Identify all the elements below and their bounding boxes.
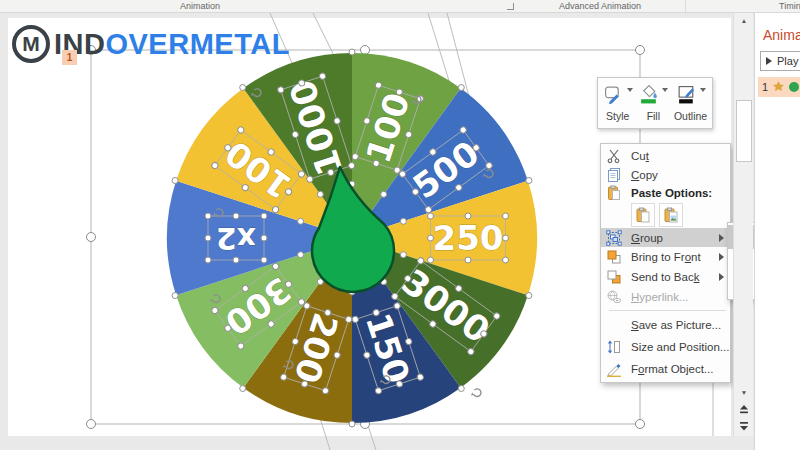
shape-handle[interactable] [428,235,434,241]
logo-text-blue: OVERMETAL [105,28,289,60]
shape-handle[interactable] [205,257,211,263]
send-to-back-icon [604,269,624,285]
shape-handle[interactable] [400,218,406,224]
outline-label: Outline [674,110,707,122]
shape-handle[interactable] [298,252,304,258]
animation-item-number: 1 [762,81,768,93]
context-menu: CutCopyPaste Options:GroupBring to Front… [600,143,731,383]
chevron-down-icon [700,88,706,92]
shape-handle[interactable] [261,257,267,263]
outline-color-icon [676,84,698,109]
context-menu-paste-options-label: Paste Options: [601,184,730,202]
shape-handle[interactable] [465,213,471,219]
selection-handle[interactable] [361,46,370,55]
shape-handle[interactable] [526,293,532,299]
previous-slide-icon[interactable] [737,403,751,416]
shape-handle[interactable] [240,85,246,91]
shape-handle[interactable] [526,178,532,184]
shape-handle[interactable] [205,213,211,219]
next-slide-icon[interactable] [737,419,751,432]
context-menu-item-format-object[interactable]: Format Object... [601,358,730,380]
copy-icon [604,167,624,183]
play-icon [766,57,772,65]
style-label: Style [606,110,629,122]
wheel-sector-label-group: 250 [428,213,509,263]
logo-monogram-icon: M [12,25,50,63]
context-menu-item-cut[interactable]: Cut [601,146,730,165]
shape-handle[interactable] [381,191,387,197]
fill-label: Fill [647,110,660,122]
scroll-up-icon[interactable]: ▲ [736,14,752,28]
bring-to-front-icon [604,249,624,265]
shape-handle[interactable] [503,257,509,263]
selection-handle[interactable] [87,233,96,242]
context-menu-item-send-to-back[interactable]: Send to Back [601,267,730,287]
shape-style-icon [603,84,625,109]
submenu-arrow-icon [719,253,724,261]
shape-handle[interactable] [298,218,304,224]
ribbon-group-strip: AnimationAdvanced AnimationTiming [0,0,800,13]
context-menu-item-size-and-position[interactable]: Size and Position... [601,336,730,358]
submenu-arrow-icon [719,234,724,242]
context-menu-paste-options [601,202,730,228]
shape-handle[interactable] [428,213,434,219]
shape-handle[interactable] [503,213,509,219]
cut-icon [604,148,624,164]
mini-format-toolbar: StyleFillOutline [597,77,713,129]
scrollbar-thumb[interactable] [736,100,752,162]
shape-handle[interactable] [465,257,471,263]
shape-handle[interactable] [458,386,464,392]
context-menu-item-bring-to-front[interactable]: Bring to Front [601,247,730,267]
shape-handle[interactable] [458,85,464,91]
shape-handle[interactable] [261,235,267,241]
shape-handle[interactable] [233,213,239,219]
animated-object-icon [789,82,799,92]
indovermetal-logo: M INDOVERMETAL [12,25,290,63]
chevron-down-icon [662,88,668,92]
style-button[interactable]: Style [603,84,633,122]
paste-as-picture-icon[interactable] [659,203,683,227]
fill-button[interactable]: Fill [638,84,668,122]
animation-list-item[interactable]: 1 [758,77,800,97]
keep-source-formatting-icon[interactable] [631,203,655,227]
shape-handle[interactable] [349,421,355,427]
paste-icon [604,185,624,201]
context-menu-item-save-as-picture[interactable]: Save as Picture... [601,314,730,336]
context-menu-item-copy[interactable]: Copy [601,165,730,184]
animation-pane: Animation Pane Play From 1 [754,13,800,450]
animation-number-badge[interactable]: 1 [62,50,77,65]
scroll-down-icon[interactable]: ▼ [736,386,752,400]
shape-handle[interactable] [261,213,267,219]
shape-handle[interactable] [400,252,406,258]
ribbon-group-label-animation: Animation [180,1,220,11]
chevron-down-icon [627,88,633,92]
vertical-scrollbar[interactable]: ▲ ▼ [733,13,753,436]
shape-handle[interactable] [205,235,211,241]
shape-handle[interactable] [172,293,178,299]
dialog-launcher-icon[interactable] [507,3,514,10]
context-menu-item-hyperlink[interactable]: Hyperlink... [601,287,730,307]
shape-handle[interactable] [503,235,509,241]
play-from-button[interactable]: Play From [760,51,800,71]
ribbon-group-label-advanced-animation: Advanced Animation [559,1,641,11]
rotate-handle-icon[interactable] [471,389,481,397]
shape-handle[interactable] [349,49,355,55]
ribbon-group-divider [685,0,686,12]
outline-button[interactable]: Outline [674,84,707,122]
animation-pane-title: Animation Pane [763,27,800,43]
shape-handle[interactable] [233,257,239,263]
selection-handle[interactable] [87,420,96,429]
shape-handle[interactable] [172,178,178,184]
size-position-icon [604,339,624,355]
powerpoint-window: AnimationAdvanced AnimationTiming M INDO… [0,0,800,450]
format-object-icon [604,361,624,377]
context-menu-item-group[interactable]: Group [601,228,730,247]
wheel-sector-label: x2 [216,221,256,256]
group-icon [604,230,624,246]
shape-handle[interactable] [317,191,323,197]
selection-handle[interactable] [636,420,645,429]
wheel-sector-label: 250 [433,218,504,258]
selection-handle[interactable] [636,46,645,55]
shape-handle[interactable] [428,257,434,263]
shape-handle[interactable] [240,386,246,392]
